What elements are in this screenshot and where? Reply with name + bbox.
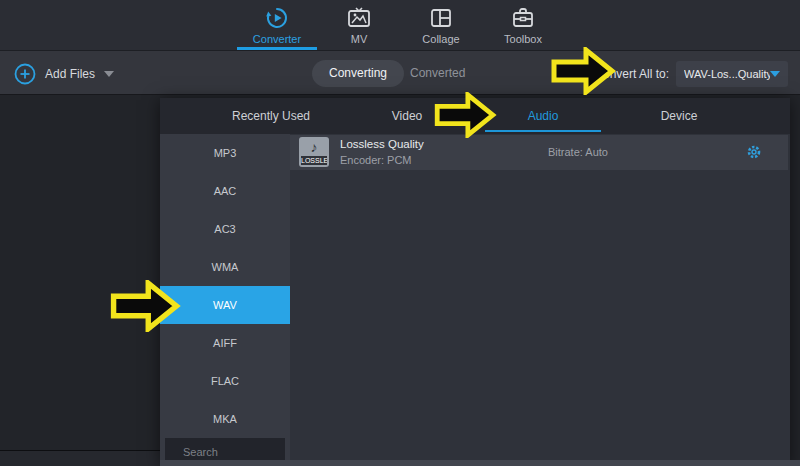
profile-encoder: Encoder: PCM bbox=[340, 154, 412, 166]
tab-device[interactable]: Device bbox=[611, 98, 747, 134]
format-item-mp3[interactable]: MP3 bbox=[160, 134, 290, 172]
convert-all-value: WAV-Los...Quality bbox=[684, 68, 770, 80]
audio-tab-underline bbox=[485, 130, 601, 132]
converter-icon bbox=[265, 5, 289, 31]
add-files-caret-icon[interactable] bbox=[104, 71, 114, 77]
dropdown-caret-icon bbox=[770, 71, 780, 77]
profile-bitrate: Bitrate: Auto bbox=[548, 146, 608, 158]
tab-mv-label: MV bbox=[351, 33, 368, 45]
app-window: Converter MV bbox=[0, 0, 800, 466]
format-item-ac3[interactable]: AC3 bbox=[160, 210, 290, 248]
file-list-area bbox=[0, 96, 160, 450]
settings-gear-icon[interactable] bbox=[746, 144, 762, 164]
convert-all-group: Convert All to: WAV-Los...Quality bbox=[594, 51, 788, 96]
format-panel: Recently Used Video Audio Device MP3 AAC… bbox=[160, 98, 790, 466]
add-files-label: Add Files bbox=[45, 67, 95, 81]
tab-toolbox[interactable]: Toolbox bbox=[491, 0, 555, 50]
format-sidebar: MP3 AAC AC3 WMA WAV AIFF FLAC MKA bbox=[160, 134, 290, 466]
lossless-format-icon: ♪ LOSSLESS bbox=[299, 137, 329, 167]
tab-audio[interactable]: Audio bbox=[475, 98, 611, 134]
toolbox-icon bbox=[511, 5, 535, 31]
format-item-wav[interactable]: WAV bbox=[160, 286, 290, 324]
profile-name: Lossless Quality bbox=[340, 138, 424, 150]
top-nav-tabs: Converter MV bbox=[0, 0, 800, 50]
tab-mv[interactable]: MV bbox=[327, 0, 391, 50]
tab-device-label: Device bbox=[661, 109, 698, 123]
panel-bottom-strip bbox=[160, 460, 800, 466]
converter-toolbar: Add Files Converting Converted Convert A… bbox=[0, 50, 800, 95]
bottom-bar-fragment bbox=[0, 451, 160, 466]
format-item-mka[interactable]: MKA bbox=[160, 400, 290, 438]
converting-tab[interactable]: Converting bbox=[312, 60, 404, 87]
format-item-aiff[interactable]: AIFF bbox=[160, 324, 290, 362]
mv-icon bbox=[346, 5, 372, 31]
top-nav-bar: Converter MV bbox=[0, 0, 800, 50]
format-panel-tabs: Recently Used Video Audio Device bbox=[160, 98, 790, 134]
music-note-icon: ♪ bbox=[299, 137, 329, 157]
tab-recently-used-label: Recently Used bbox=[232, 109, 310, 123]
tab-collage[interactable]: Collage bbox=[409, 0, 473, 50]
add-files-plus-icon bbox=[14, 63, 36, 85]
converted-tab[interactable]: Converted bbox=[410, 51, 465, 96]
tab-video-label: Video bbox=[392, 109, 422, 123]
tab-toolbox-label: Toolbox bbox=[504, 33, 542, 45]
convert-all-label: Convert All to: bbox=[594, 67, 669, 81]
profile-row-lossless[interactable]: ♪ LOSSLESS Lossless Quality Encoder: PCM… bbox=[290, 135, 788, 170]
lossless-badge: LOSSLESS bbox=[301, 156, 327, 165]
tab-audio-label: Audio bbox=[528, 109, 559, 123]
format-item-flac[interactable]: FLAC bbox=[160, 362, 290, 400]
add-files-button[interactable]: Add Files bbox=[14, 51, 114, 96]
collage-icon bbox=[429, 5, 453, 31]
tab-converter[interactable]: Converter bbox=[245, 0, 309, 50]
tab-converter-label: Converter bbox=[253, 33, 301, 45]
format-item-aac[interactable]: AAC bbox=[160, 172, 290, 210]
tab-collage-label: Collage bbox=[422, 33, 459, 45]
tab-recently-used[interactable]: Recently Used bbox=[203, 98, 339, 134]
profile-list: ♪ LOSSLESS Lossless Quality Encoder: PCM… bbox=[290, 134, 790, 466]
format-item-wma[interactable]: WMA bbox=[160, 248, 290, 286]
tab-video[interactable]: Video bbox=[339, 98, 475, 134]
convert-all-dropdown[interactable]: WAV-Los...Quality bbox=[676, 61, 788, 87]
